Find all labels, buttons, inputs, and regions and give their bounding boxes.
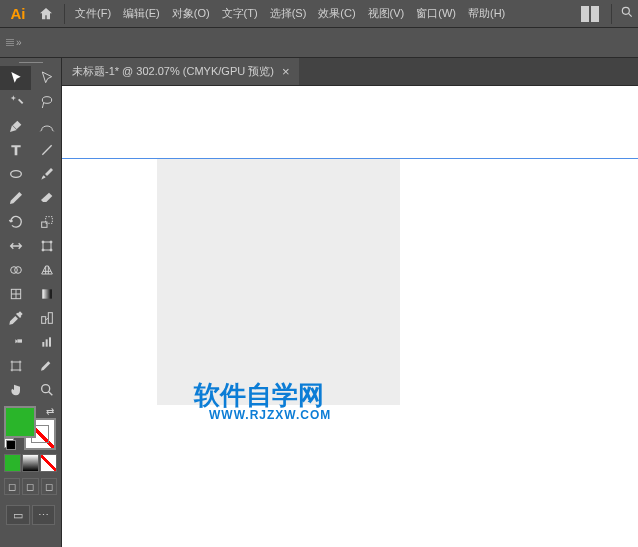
svg-rect-17 [42,289,51,298]
slice-tool[interactable] [31,354,62,378]
artboard [157,158,400,405]
menu-file[interactable]: 文件(F) [69,6,117,21]
menu-edit[interactable]: 编辑(E) [117,6,166,21]
selection-tool[interactable] [0,66,31,90]
direct-selection-tool[interactable] [31,66,62,90]
svg-line-1 [628,13,631,16]
edit-toolbar-button[interactable]: ⋯ [32,505,56,525]
blend-tool[interactable] [31,306,62,330]
tab-title: 未标题-1* @ 302.07% (CMYK/GPU 预览) [72,64,274,79]
width-tool[interactable] [0,234,31,258]
svg-rect-25 [12,362,20,370]
menu-effect[interactable]: 效果(C) [312,6,361,21]
column-graph-tool[interactable] [31,330,62,354]
color-mode-button[interactable] [4,454,21,472]
svg-rect-18 [41,317,45,324]
eyedropper-tool[interactable] [0,306,31,330]
menu-view[interactable]: 视图(V) [362,6,411,21]
divider [64,4,65,24]
app-logo: Ai [4,0,32,28]
arrange-documents-icon[interactable] [581,6,603,22]
magic-wand-tool[interactable] [0,90,31,114]
pen-tool[interactable] [0,114,31,138]
pencil-tool[interactable] [0,186,31,210]
close-icon[interactable]: × [282,64,290,79]
zoom-tool[interactable] [31,378,62,402]
divider [611,4,612,24]
type-tool[interactable] [0,138,31,162]
svg-rect-7 [43,242,51,250]
svg-rect-23 [45,339,47,346]
tools-grip[interactable] [0,58,61,66]
screen-mode-button[interactable]: ▭ [6,505,30,525]
watermark-url: WWW.RJZXW.COM [209,408,331,422]
document-tab[interactable]: 未标题-1* @ 302.07% (CMYK/GPU 预览) × [62,58,299,85]
svg-point-26 [41,385,49,393]
svg-rect-19 [48,313,52,324]
shape-builder-tool[interactable] [0,258,31,282]
menu-object[interactable]: 对象(O) [166,6,216,21]
svg-point-10 [42,249,44,251]
svg-line-3 [42,145,51,154]
ellipse-tool[interactable] [0,162,31,186]
perspective-grid-tool[interactable] [31,258,62,282]
free-transform-tool[interactable] [31,234,62,258]
line-segment-tool[interactable] [31,138,62,162]
curvature-tool[interactable] [31,114,62,138]
scale-tool[interactable] [31,210,62,234]
rotate-tool[interactable] [0,210,31,234]
home-icon[interactable] [32,0,60,28]
swap-fill-stroke-icon[interactable]: ⇄ [46,406,54,417]
chevron-double-right-icon[interactable]: » [16,37,22,48]
draw-behind-button[interactable]: ◻ [22,478,38,495]
svg-point-2 [42,97,51,104]
menu-type[interactable]: 文字(T) [216,6,264,21]
default-fill-stroke-icon[interactable] [4,438,16,450]
menu-window[interactable]: 窗口(W) [410,6,462,21]
lasso-tool[interactable] [31,90,62,114]
gradient-tool[interactable] [31,282,62,306]
paintbrush-tool[interactable] [31,162,62,186]
eraser-tool[interactable] [31,186,62,210]
menu-select[interactable]: 选择(S) [264,6,313,21]
svg-line-27 [48,392,52,396]
draw-normal-button[interactable]: ◻ [4,478,20,495]
canvas-viewport[interactable]: 软件自学网 WWW.RJZXW.COM [62,86,638,547]
search-icon[interactable] [620,5,634,23]
svg-point-8 [42,241,44,243]
draw-inside-button[interactable]: ◻ [41,478,57,495]
fill-color-swatch[interactable] [4,406,36,438]
svg-rect-22 [42,342,44,347]
symbol-sprayer-tool[interactable] [0,330,31,354]
tools-panel: ⇄ ◻ ◻ ◻ ▭ ⋯ [0,58,62,547]
mesh-tool[interactable] [0,282,31,306]
gradient-mode-button[interactable] [22,454,39,472]
svg-point-11 [50,249,52,251]
menu-help[interactable]: 帮助(H) [462,6,511,21]
hand-tool[interactable] [0,378,31,402]
svg-point-0 [622,7,629,14]
artboard-tool[interactable] [0,354,31,378]
svg-point-4 [10,171,21,178]
svg-rect-21 [17,339,22,342]
control-bar-grip[interactable] [6,39,14,46]
horizontal-guide[interactable] [62,158,638,159]
svg-point-9 [50,241,52,243]
svg-rect-5 [41,222,46,227]
none-mode-button[interactable] [40,454,57,472]
svg-point-13 [14,267,21,274]
svg-rect-24 [49,337,51,346]
